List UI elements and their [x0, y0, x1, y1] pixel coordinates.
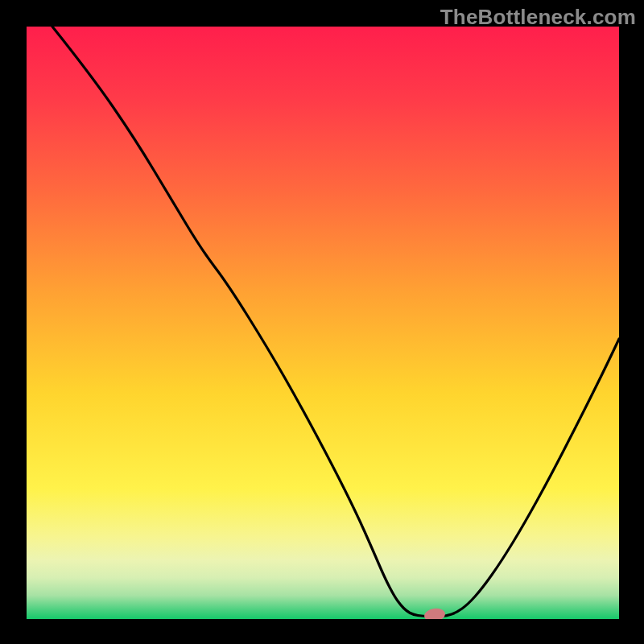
chart-frame: TheBottleneck.com: [0, 0, 644, 644]
gradient-background: [27, 27, 619, 619]
plot-area: [27, 27, 619, 619]
watermark-text: TheBottleneck.com: [440, 5, 636, 30]
chart-svg: [27, 27, 619, 619]
